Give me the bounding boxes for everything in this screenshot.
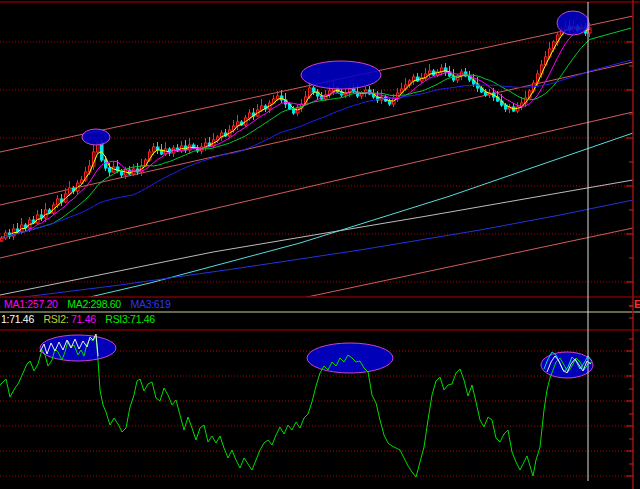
annotation-ellipse	[82, 129, 110, 145]
rsi2-value-label: 71.46	[71, 313, 96, 325]
candle-down	[109, 168, 112, 172]
annotation-ellipse	[307, 343, 393, 373]
trading-chart-window: MA1:257.20 MA2:298.60 MA3:619 1:71.46 RS…	[0, 0, 640, 489]
chart-canvas[interactable]	[0, 0, 640, 489]
ma-indicator-row: MA1:257.20 MA2:298.60 MA3:619	[4, 298, 170, 310]
rsi2-name-label: RSI2:	[44, 313, 69, 325]
candle-down	[293, 109, 296, 113]
rsi3-value-label: RSI3:71.46	[105, 313, 155, 325]
annotation-ellipse	[557, 11, 589, 35]
ma3-value-label: MA3:619	[131, 298, 171, 310]
candle-down	[105, 160, 108, 168]
ma-longterm-blue	[0, 200, 633, 300]
candle-up	[261, 106, 264, 110]
rsi1-value-label: 1:71.46	[1, 313, 34, 325]
candle-down	[389, 101, 392, 104]
candle-up	[297, 108, 300, 113]
ma1-value-label: MA1:257.20	[4, 298, 58, 310]
ma2-value-label: MA2:298.60	[67, 298, 121, 310]
candle-down	[313, 88, 316, 92]
rsi-indicator-row: 1:71.46 RSI2: 71.46 RSI3:71.46	[1, 313, 155, 325]
rsi-pane[interactable]	[0, 334, 593, 477]
ma-long-blue	[2, 60, 632, 238]
candle-up	[153, 147, 156, 152]
annotation-ellipse	[40, 335, 116, 361]
annotation-ellipse	[301, 61, 381, 89]
candle-up	[1, 238, 4, 241]
right-edge-marker-label: E	[634, 298, 640, 310]
